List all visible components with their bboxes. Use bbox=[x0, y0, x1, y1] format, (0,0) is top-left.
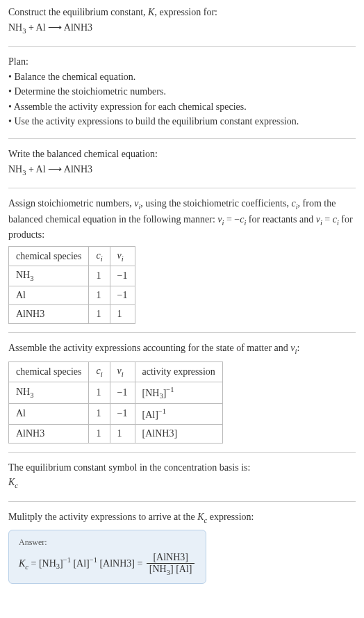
balanced-line-2: NH3 + Al ⟶ AlNH3 bbox=[8, 163, 356, 178]
table-row: NH3 1 −1 bbox=[9, 266, 135, 286]
fraction-numerator: [AlNH3] bbox=[147, 552, 195, 564]
plan-bullet-3: • Assemble the activity expression for e… bbox=[8, 100, 356, 114]
activity-header-c: ci bbox=[89, 361, 110, 382]
cell-c: 1 bbox=[89, 404, 110, 425]
activity-intro: Assemble the activity expressions accoun… bbox=[8, 341, 356, 357]
cell-expr: [Al]−1 bbox=[135, 404, 222, 425]
activity-section: Assemble the activity expressions accoun… bbox=[8, 341, 356, 452]
cell-species: AlNH3 bbox=[9, 424, 89, 443]
stoich-header-v: νi bbox=[110, 246, 135, 266]
table-header-row: chemical species ci νi activity expressi… bbox=[9, 361, 223, 382]
cell-species: NH3 bbox=[9, 266, 89, 286]
cell-species: AlNH3 bbox=[9, 305, 89, 324]
table-header-row: chemical species ci νi bbox=[9, 246, 135, 266]
cell-c: 1 bbox=[89, 266, 110, 286]
cell-species: NH3 bbox=[9, 382, 89, 403]
balanced-line-1: Write the balanced chemical equation: bbox=[8, 147, 356, 161]
cell-v: 1 bbox=[110, 424, 135, 443]
balanced-section: Write the balanced chemical equation: NH… bbox=[8, 147, 356, 188]
cell-v: −1 bbox=[110, 266, 135, 286]
cell-species: Al bbox=[9, 286, 89, 305]
cell-expr: [AlNH3] bbox=[135, 424, 222, 443]
cell-v: −1 bbox=[110, 286, 135, 305]
cell-c: 1 bbox=[89, 305, 110, 324]
cell-v: −1 bbox=[110, 382, 135, 403]
plan-bullet-1: • Balance the chemical equation. bbox=[8, 70, 356, 84]
cell-expr: [NH3]−1 bbox=[135, 382, 222, 403]
table-row: Al 1 −1 bbox=[9, 286, 135, 305]
cell-c: 1 bbox=[89, 424, 110, 443]
table-row: NH3 1 −1 [NH3]−1 bbox=[9, 382, 223, 403]
table-row: AlNH3 1 1 [AlNH3] bbox=[9, 424, 223, 443]
plan-title: Plan: bbox=[8, 55, 356, 69]
activity-header-v: νi bbox=[110, 361, 135, 382]
cell-v: −1 bbox=[110, 404, 135, 425]
cell-c: 1 bbox=[89, 382, 110, 403]
symbol-line-2: Kc bbox=[8, 475, 356, 491]
multiply-section: Mulitply the activity expressions to arr… bbox=[8, 510, 356, 584]
symbol-line-1: The equilibrium constant symbol in the c… bbox=[8, 461, 356, 475]
activity-header-species: chemical species bbox=[9, 361, 89, 382]
intro-line-2: NH3 + Al ⟶ AlNH3 bbox=[8, 21, 356, 36]
fraction-denominator: [NH3] [Al] bbox=[147, 564, 195, 576]
plan-section: Plan: • Balance the chemical equation. •… bbox=[8, 55, 356, 139]
cell-v: 1 bbox=[110, 305, 135, 324]
symbol-section: The equilibrium constant symbol in the c… bbox=[8, 461, 356, 502]
table-row: AlNH3 1 1 bbox=[9, 305, 135, 324]
cell-species: Al bbox=[9, 404, 89, 425]
stoich-intro: Assign stoichiometric numbers, νi, using… bbox=[8, 197, 356, 242]
cell-c: 1 bbox=[89, 286, 110, 305]
stoich-table: chemical species ci νi NH3 1 −1 Al 1 −1 … bbox=[8, 246, 135, 325]
stoich-header-c: ci bbox=[89, 246, 110, 266]
stoich-header-species: chemical species bbox=[9, 246, 89, 266]
activity-table: chemical species ci νi activity expressi… bbox=[8, 361, 223, 444]
table-row: Al 1 −1 [Al]−1 bbox=[9, 404, 223, 425]
stoich-section: Assign stoichiometric numbers, νi, using… bbox=[8, 197, 356, 333]
activity-header-expr: activity expression bbox=[135, 361, 222, 382]
plan-bullet-4: • Use the activity expressions to build … bbox=[8, 115, 356, 129]
answer-label: Answer: bbox=[19, 537, 196, 548]
answer-box: Answer: Kc = [NH3]−1 [Al]−1 [AlNH3] = [A… bbox=[8, 530, 206, 584]
answer-equation: Kc = [NH3]−1 [Al]−1 [AlNH3] = [AlNH3] [N… bbox=[19, 552, 196, 576]
intro-line-1: Construct the equilibrium constant, K, e… bbox=[8, 6, 356, 19]
multiply-line-1: Mulitply the activity expressions to arr… bbox=[8, 510, 356, 526]
answer-fraction: [AlNH3] [NH3] [Al] bbox=[147, 552, 195, 576]
intro-section: Construct the equilibrium constant, K, e… bbox=[8, 6, 356, 47]
plan-bullet-2: • Determine the stoichiometric numbers. bbox=[8, 85, 356, 99]
